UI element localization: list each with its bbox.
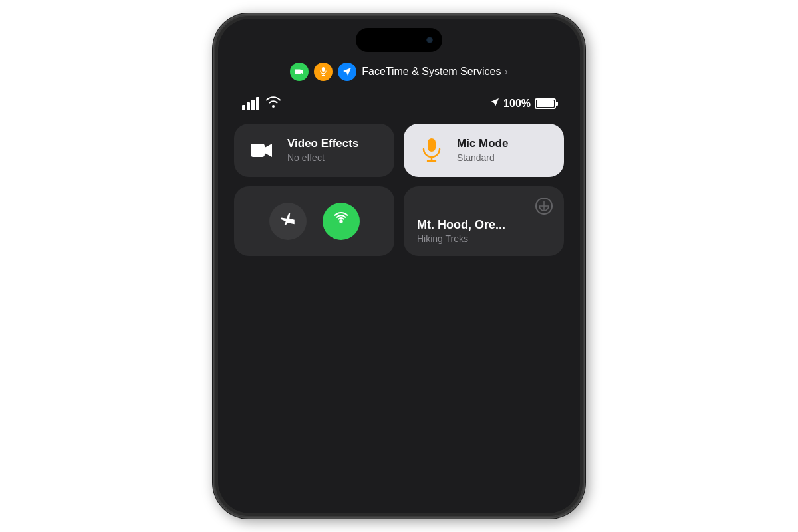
video-effects-tile[interactable]: Video Effects No effect: [234, 124, 394, 177]
camera-dot: [426, 37, 433, 43]
mic-mode-text: Mic Mode Standard: [457, 137, 508, 163]
svg-rect-4: [251, 144, 265, 157]
map-location-subtitle: Hiking Treks: [417, 233, 551, 244]
svg-rect-5: [428, 138, 436, 152]
mic-mode-icon-wrap: [417, 136, 446, 165]
map-tile[interactable]: Mt. Hood, Ore... Hiking Treks: [404, 186, 564, 256]
svg-rect-1: [322, 67, 325, 72]
battery-icon: [535, 98, 556, 109]
signal-bars: [242, 97, 259, 110]
phone-screen: FaceTime & System Services ›: [218, 19, 580, 513]
connectivity-tile: [234, 186, 394, 256]
video-effects-title: Video Effects: [287, 137, 358, 150]
video-effects-subtitle: No effect: [287, 152, 358, 164]
battery-group: 100%: [490, 98, 556, 110]
status-bar: 100%: [218, 96, 580, 111]
video-effects-text: Video Effects No effect: [287, 137, 358, 163]
location-indicator: [338, 63, 356, 81]
battery-percentage: 100%: [503, 98, 531, 110]
dynamic-island: [356, 28, 442, 52]
map-tile-content: Mt. Hood, Ore... Hiking Treks: [417, 218, 551, 244]
indicator-bar: FaceTime & System Services ›: [218, 63, 580, 81]
map-location-title: Mt. Hood, Ore...: [417, 218, 551, 232]
mic-indicator: [314, 63, 332, 81]
mic-mode-title: Mic Mode: [457, 137, 508, 150]
camera-indicator: [290, 63, 309, 81]
mic-mode-tile[interactable]: Mic Mode Standard: [404, 124, 564, 177]
svg-point-8: [339, 219, 342, 223]
signal-group: [242, 96, 281, 111]
svg-rect-0: [295, 70, 301, 74]
phone-shell: FaceTime & System Services ›: [213, 13, 585, 519]
scene: FaceTime & System Services ›: [166, 7, 632, 525]
indicator-label[interactable]: FaceTime & System Services ›: [362, 66, 508, 78]
chevron-right-icon: ›: [504, 66, 507, 78]
hotspot-button[interactable]: [323, 203, 360, 240]
mic-mode-subtitle: Standard: [457, 152, 508, 164]
map-badge-icon: [535, 197, 553, 218]
video-effects-icon-wrap: [247, 136, 277, 165]
wifi-icon: [266, 96, 281, 111]
location-arrow-icon: [490, 98, 499, 110]
airplane-mode-button[interactable]: [269, 203, 307, 240]
control-grid: Video Effects No effect: [234, 124, 564, 265]
battery-fill: [537, 100, 554, 107]
